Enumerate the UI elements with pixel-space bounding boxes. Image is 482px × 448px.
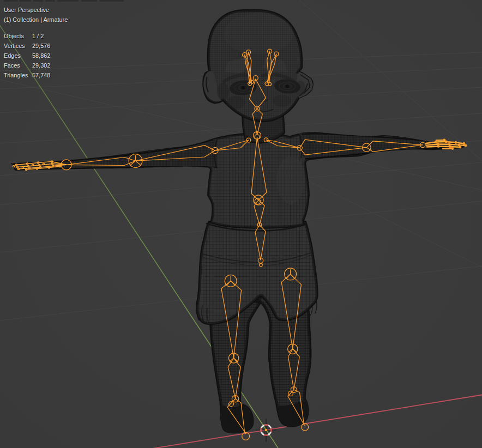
- svg-text:58,862: 58,862: [32, 52, 50, 59]
- svg-text:Vertices: Vertices: [4, 43, 25, 49]
- svg-text:Objects: Objects: [4, 33, 24, 39]
- svg-text:User Perspective: User Perspective: [4, 7, 49, 13]
- svg-text:Edges: Edges: [4, 52, 21, 59]
- svg-text:(1) Collection | Armature: (1) Collection | Armature: [4, 16, 68, 23]
- svg-text:Triangles: Triangles: [4, 72, 28, 78]
- svg-text:29,302: 29,302: [32, 62, 50, 69]
- svg-text:1 / 2: 1 / 2: [32, 33, 44, 39]
- svg-text:29,576: 29,576: [32, 43, 50, 49]
- svg-text:Faces: Faces: [4, 62, 20, 69]
- svg-text:57,748: 57,748: [32, 72, 50, 78]
